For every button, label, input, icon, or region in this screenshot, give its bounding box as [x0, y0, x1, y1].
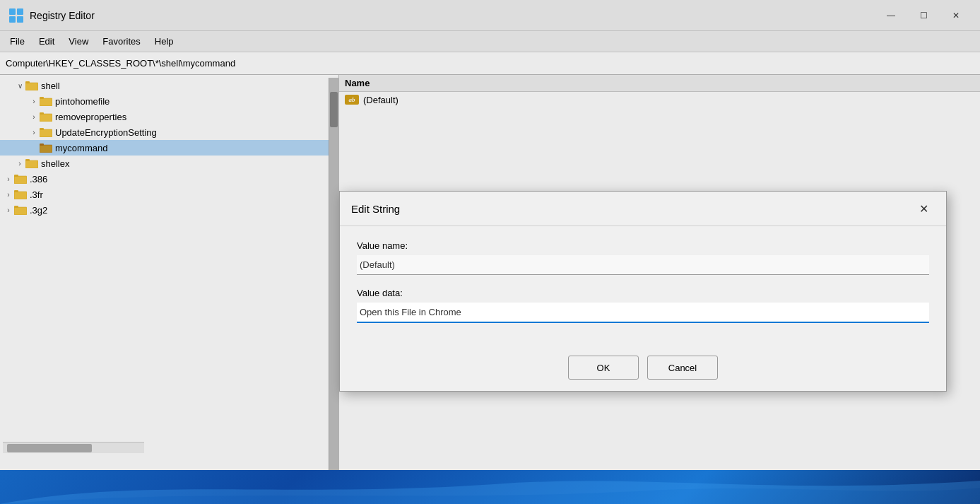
registry-editor-window: Registry Editor — ☐ ✕ File Edit View Fav… [0, 0, 980, 470]
dialog-overlay: Edit String ✕ Value name: Value data: OK… [0, 0, 980, 470]
dialog-footer: OK Cancel [340, 347, 946, 391]
ok-button[interactable]: OK [568, 356, 639, 380]
dialog-close-button[interactable]: ✕ [912, 199, 935, 218]
value-name-label: Value name: [357, 240, 929, 251]
cancel-button[interactable]: Cancel [647, 356, 718, 380]
edit-string-dialog: Edit String ✕ Value name: Value data: OK… [339, 191, 947, 392]
dialog-title: Edit String [351, 203, 400, 215]
dialog-title-bar: Edit String ✕ [340, 192, 946, 226]
value-data-input[interactable] [357, 303, 929, 323]
value-name-input[interactable] [357, 255, 929, 275]
value-data-label: Value data: [357, 288, 929, 298]
dialog-body: Value name: Value data: [340, 226, 946, 347]
taskbar [0, 470, 980, 504]
